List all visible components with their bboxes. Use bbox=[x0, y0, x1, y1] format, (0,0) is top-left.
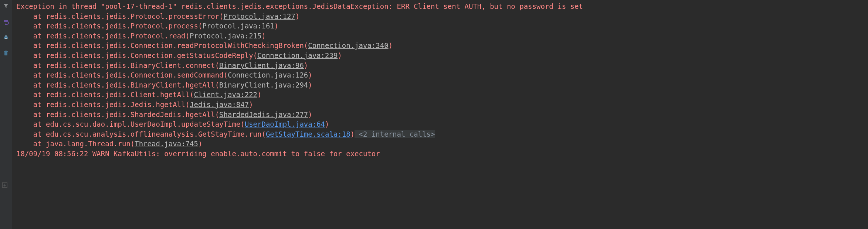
source-link[interactable]: ShardedJedis.java:277 bbox=[219, 110, 308, 119]
wrap-icon[interactable] bbox=[3, 17, 9, 27]
source-link[interactable]: Connection.java:340 bbox=[308, 41, 388, 49]
stack-frame-text: at redis.clients.jedis.Protocol.read( bbox=[16, 32, 190, 40]
source-link[interactable]: Protocol.java:127 bbox=[224, 12, 295, 20]
stack-frame: at redis.clients.jedis.Protocol.read(Pro… bbox=[16, 31, 868, 41]
svg-rect-1 bbox=[5, 35, 7, 37]
svg-rect-4 bbox=[4, 51, 8, 52]
stack-frame: at edu.cs.scu.dao.impl.UserDaoImpl.updat… bbox=[16, 119, 868, 129]
source-link[interactable]: UserDaoImpl.java:64 bbox=[245, 120, 325, 128]
filter-icon[interactable] bbox=[3, 1, 9, 11]
source-link[interactable]: Jedis.java:847 bbox=[190, 100, 249, 109]
stack-frame-text: at redis.clients.jedis.BinaryClient.conn… bbox=[16, 61, 219, 69]
stack-frame: at redis.clients.jedis.BinaryClient.conn… bbox=[16, 61, 868, 71]
stack-frame: at redis.clients.jedis.Jedis.hgetAll(Jed… bbox=[16, 100, 868, 110]
stack-frame-text: at redis.clients.jedis.Protocol.processE… bbox=[16, 12, 224, 20]
stack-frame: at redis.clients.jedis.Protocol.process(… bbox=[16, 21, 868, 31]
stack-frame-text: at redis.clients.jedis.BinaryClient.hget… bbox=[16, 81, 219, 89]
console-gutter bbox=[0, 0, 12, 229]
svg-rect-2 bbox=[5, 38, 7, 39]
source-link[interactable]: Thread.java:745 bbox=[135, 140, 198, 148]
source-link[interactable]: Connection.java:239 bbox=[257, 51, 338, 59]
stack-frame: at redis.clients.jedis.ShardedJedis.hget… bbox=[16, 110, 868, 120]
source-link[interactable]: BinaryClient.java:96 bbox=[219, 61, 304, 69]
clear-icon[interactable] bbox=[3, 49, 9, 59]
stack-frame: at redis.clients.jedis.Connection.sendCo… bbox=[16, 70, 868, 80]
expand-fold-icon[interactable]: + bbox=[2, 182, 7, 188]
stack-frame: at edu.cs.scu.analysis.offlineanalysis.G… bbox=[16, 129, 868, 139]
source-link[interactable]: GetStayTime.scala:18 bbox=[266, 130, 350, 138]
source-link[interactable]: Protocol.java:215 bbox=[190, 32, 261, 40]
log-line: 18/09/19 08:56:22 WARN KafkaUtils: overr… bbox=[16, 149, 868, 159]
stack-frame-text: at redis.clients.jedis.Jedis.hgetAll( bbox=[16, 100, 190, 109]
svg-rect-3 bbox=[4, 52, 7, 55]
stack-frame: at redis.clients.jedis.Client.hgetAll(Cl… bbox=[16, 90, 868, 100]
stack-frame: at redis.clients.jedis.Connection.getSta… bbox=[16, 51, 868, 61]
stack-frame-text: at edu.cs.scu.dao.impl.UserDaoImpl.updat… bbox=[16, 120, 245, 128]
source-link[interactable]: BinaryClient.java:294 bbox=[219, 81, 308, 89]
stack-frame: at redis.clients.jedis.Connection.readPr… bbox=[16, 41, 868, 51]
stack-frame-text: at redis.clients.jedis.Protocol.process( bbox=[16, 22, 202, 30]
internal-calls-note: <2 internal calls> bbox=[355, 130, 435, 138]
stack-frame-text: at java.lang.Thread.run( bbox=[16, 140, 135, 148]
svg-rect-5 bbox=[5, 51, 7, 51]
console-output[interactable]: Exception in thread "pool-17-thread-1" r… bbox=[12, 0, 868, 229]
source-link[interactable]: Protocol.java:161 bbox=[202, 22, 274, 30]
stack-frame-text: at redis.clients.jedis.ShardedJedis.hget… bbox=[16, 110, 219, 119]
stack-frame: at redis.clients.jedis.BinaryClient.hget… bbox=[16, 80, 868, 90]
stack-frame-text: at redis.clients.jedis.Connection.readPr… bbox=[16, 41, 308, 49]
stack-frame: at redis.clients.jedis.Protocol.processE… bbox=[16, 11, 868, 21]
stack-frame-text: at redis.clients.jedis.Client.hgetAll( bbox=[16, 90, 194, 99]
print-icon[interactable] bbox=[3, 33, 9, 43]
stack-frame: at java.lang.Thread.run(Thread.java:745) bbox=[16, 139, 868, 149]
source-link[interactable]: Client.java:222 bbox=[194, 90, 257, 99]
stack-frame-text: at edu.cs.scu.analysis.offlineanalysis.G… bbox=[16, 130, 266, 138]
stack-frame-text: at redis.clients.jedis.Connection.getSta… bbox=[16, 51, 257, 59]
exception-header: Exception in thread "pool-17-thread-1" r… bbox=[16, 1, 868, 11]
stack-frame-text: at redis.clients.jedis.Connection.sendCo… bbox=[16, 71, 228, 79]
source-link[interactable]: Connection.java:126 bbox=[228, 71, 308, 79]
